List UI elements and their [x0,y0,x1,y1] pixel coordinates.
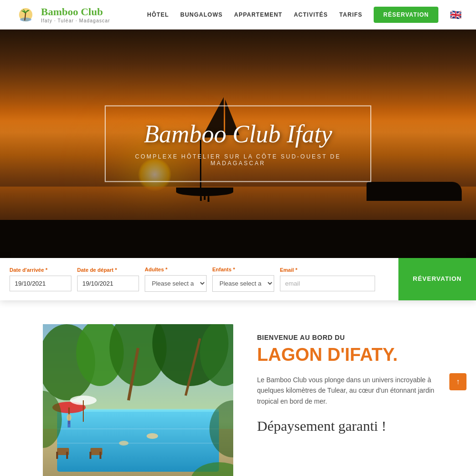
scroll-top-button[interactable]: ↑ [449,373,466,390]
svg-rect-24 [66,452,68,459]
departure-input[interactable] [77,276,139,291]
nav-bungalows[interactable]: BUNGALOWS [180,11,223,18]
booking-bar: Date d'arrivée * Date de départ * Adulte… [0,258,476,300]
adults-select[interactable]: Please select a 1 2 3 4 [145,275,207,292]
main-nav: HÔTEL BUNGALOWS APPARTEMENT ACTIVITÉS TA… [147,7,462,23]
hero-title: Bamboo Club Ifaty [134,120,342,148]
pool-image [43,324,233,476]
children-label: Enfants * [212,267,274,272]
adults-field: Adultes * Please select a 1 2 3 4 [145,267,207,292]
email-input[interactable] [280,276,375,291]
arrival-label: Date d'arrivée * [10,267,71,273]
departure-label: Date de départ * [77,267,139,273]
svg-point-1 [20,18,31,21]
children-field: Enfants * Please select a 0 1 2 3 [212,267,274,292]
logo-icon [14,6,37,23]
nav-tarifs[interactable]: TARIFS [339,11,362,18]
language-flag[interactable]: 🇬🇧 [450,9,462,20]
svg-rect-12 [57,410,219,472]
departure-field: Date de départ * [77,267,139,291]
header: Bamboo Club Ifaty · Tuléar · Madagascar … [0,0,476,30]
nav-hotel[interactable]: HÔTEL [147,11,169,18]
hero-boat2 [367,182,462,201]
logo-brand: Bamboo Club [41,6,110,18]
svg-point-28 [67,414,71,421]
hero-figures [200,195,209,202]
arrival-input[interactable] [10,276,71,291]
svg-point-16 [147,433,158,439]
welcome-sub: BIENVENUE AU BORD DU [257,334,452,341]
pool-scene-svg [43,324,233,476]
logo-text: Bamboo Club Ifaty · Tuléar · Madagascar [41,6,110,23]
hero-subtitle: COMPLEXE HÔTELIER SUR LA CÔTE SUD-OUEST … [134,154,342,167]
arrival-field: Date d'arrivée * [10,267,71,291]
pool-image-bg [43,324,233,476]
nav-activites[interactable]: ACTIVITÉS [294,11,328,18]
content-description: Le Bamboo Club vous plonge dans un unive… [257,375,452,407]
svg-point-17 [119,441,129,446]
svg-rect-29 [68,421,70,427]
email-field: Email * [280,267,375,291]
svg-rect-26 [89,452,91,459]
nav-reservation-button[interactable]: RÉSERVATION [374,7,438,23]
svg-rect-23 [56,452,58,459]
content-section: BIENVENUE AU BORD DU LAGON D'IFATY. Le B… [0,300,476,476]
content-text: BIENVENUE AU BORD DU LAGON D'IFATY. Le B… [257,324,452,434]
email-label: Email * [280,267,375,273]
hero-foreground [0,220,476,258]
booking-cta-button[interactable]: RÉVERVATION [398,258,476,300]
hero-textbox: Bamboo Club Ifaty COMPLEXE HÔTELIER SUR … [105,105,371,182]
svg-rect-27 [99,452,101,459]
hero-section: Bamboo Club Ifaty COMPLEXE HÔTELIER SUR … [0,30,476,258]
logo-sub: Ifaty · Tuléar · Madagascar [41,18,110,23]
booking-fields: Date d'arrivée * Date de départ * Adulte… [0,258,398,300]
content-tagline: Dépaysement garanti ! [257,418,452,434]
scroll-top-icon: ↑ [456,377,460,386]
logo-area: Bamboo Club Ifaty · Tuléar · Madagascar [14,6,110,23]
adults-label: Adultes * [145,267,207,272]
nav-appartement[interactable]: APPARTEMENT [234,11,282,18]
children-select[interactable]: Please select a 0 1 2 3 [212,275,274,292]
lagon-title: LAGON D'IFATY. [257,345,452,365]
